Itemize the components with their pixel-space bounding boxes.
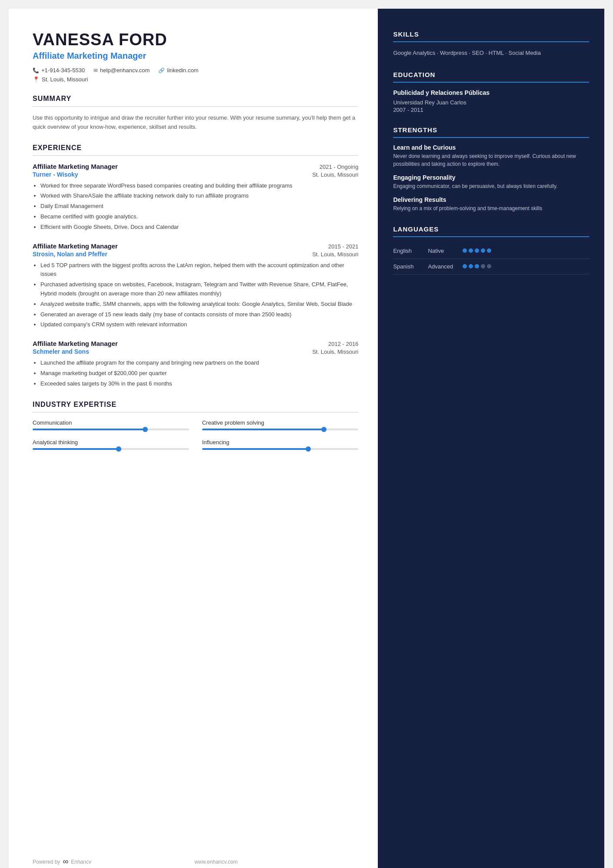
location-text: St. Louis, Missouri xyxy=(42,76,88,83)
footer: Powered by ∞ Enhancv www.enhancv.com xyxy=(33,857,238,866)
strengths-divider xyxy=(393,137,589,138)
strength-desc-1: Never done learning and always seeking t… xyxy=(393,152,589,168)
expertise-item-communication: Communication xyxy=(33,419,189,430)
progress-dot-analytical xyxy=(116,446,121,452)
bullet-item: Generated an average of 15 new leads dai… xyxy=(40,310,358,319)
job-title-3: Affiliate Marketing Manager xyxy=(33,340,118,347)
job-date-1: 2021 - Ongoing xyxy=(320,164,359,170)
job-location-2: St. Louis, Missouri xyxy=(312,251,358,258)
bullet-item: Exceeded sales targets by 30% in the pas… xyxy=(40,379,358,389)
progress-fill-creative xyxy=(202,429,324,430)
header-title: Affiliate Marketing Manager xyxy=(33,51,358,61)
job-date-2: 2015 - 2021 xyxy=(328,243,358,250)
progress-fill-analytical xyxy=(33,448,119,450)
summary-section-title: SUMMARY xyxy=(33,95,358,103)
job-bullets-3: Launched the affiliate program for the c… xyxy=(33,359,358,388)
footer-area: Powered by ∞ Enhancv www.enhancv.com xyxy=(33,450,358,502)
contact-info: 📞 +1-914-345-5530 ✉ help@enhancv.com 🔗 l… xyxy=(33,67,358,74)
languages-section: LANGUAGES English Native Spanish Advance… xyxy=(393,225,589,275)
lang-dot xyxy=(463,248,467,253)
languages-section-title: LANGUAGES xyxy=(393,225,589,233)
progress-dot-communication xyxy=(143,427,148,432)
bullet-item: Launched the affiliate program for the c… xyxy=(40,359,358,368)
skills-section-title: SKILLS xyxy=(393,30,589,38)
strength-name-2: Engaging Personality xyxy=(393,174,589,181)
progress-fill-communication xyxy=(33,429,145,430)
language-name-english: English xyxy=(393,248,423,254)
lang-dot xyxy=(487,264,491,268)
language-dots-english xyxy=(463,248,491,253)
strengths-section: STRENGTHS Learn and be Curious Never don… xyxy=(393,126,589,212)
strength-item-2: Engaging Personality Engaging communicat… xyxy=(393,174,589,190)
progress-bg-influencing xyxy=(202,448,359,450)
language-row-spanish: Spanish Advanced xyxy=(393,259,589,275)
job-company-2: Strosin, Nolan and Pfeffer xyxy=(33,251,107,258)
job-date-3: 2012 - 2016 xyxy=(328,341,358,347)
right-panel: SKILLS Google Analytics · Wordpress · SE… xyxy=(378,9,604,868)
job-location-3: St. Louis, Missouri xyxy=(312,349,358,355)
language-dots-spanish xyxy=(463,264,491,268)
lang-dot xyxy=(481,248,485,253)
progress-bg-creative xyxy=(202,429,359,430)
skills-text: Google Analytics · Wordpress · SEO · HTM… xyxy=(393,48,589,58)
strength-item-3: Delivering Results Relying on a mix of p… xyxy=(393,196,589,212)
progress-fill-influencing xyxy=(202,448,309,450)
experience-item-1: Affiliate Marketing Manager 2021 - Ongoi… xyxy=(33,163,358,232)
language-level-english: Native xyxy=(428,248,458,254)
header-name: VANESSA FORD xyxy=(33,30,358,49)
languages-divider xyxy=(393,236,589,237)
strength-item-1: Learn and be Curious Never done learning… xyxy=(393,144,589,168)
expertise-item-influencing: Influencing xyxy=(202,439,359,450)
expertise-section-title: INDUSTRY EXPERTISE xyxy=(33,401,358,409)
job-location-1: St. Louis, Missouri xyxy=(312,171,358,178)
lang-dot xyxy=(487,248,491,253)
education-degree: Publicidad y Relaciones Públicas xyxy=(393,89,589,97)
expertise-grid: Communication Creative problem solving A… xyxy=(33,419,358,450)
progress-bg-communication xyxy=(33,429,189,430)
skills-section: SKILLS Google Analytics · Wordpress · SE… xyxy=(393,30,589,58)
bullet-item: Daily Email Management xyxy=(40,202,358,211)
education-years: 2007 - 2011 xyxy=(393,107,589,113)
experience-item-3: Affiliate Marketing Manager 2012 - 2016 … xyxy=(33,340,358,388)
expertise-item-analytical: Analytical thinking xyxy=(33,439,189,450)
skills-divider xyxy=(393,41,589,42)
language-row-english: English Native xyxy=(393,243,589,259)
lang-dot xyxy=(469,264,473,268)
bullet-item: Purchased advertising space on websites,… xyxy=(40,280,358,298)
bullet-item: Efficient with Google Sheets, Drive, Doc… xyxy=(40,223,358,232)
job-company-1: Turner - Wisoky xyxy=(33,171,78,178)
expertise-label-analytical: Analytical thinking xyxy=(33,439,189,446)
contact-phone: +1-914-345-5530 xyxy=(41,67,85,74)
progress-bg-analytical xyxy=(33,448,189,450)
expertise-divider xyxy=(33,412,358,412)
lang-dot xyxy=(475,248,479,253)
footer-brand: Powered by ∞ Enhancv xyxy=(33,857,91,866)
education-section-title: EDUCATION xyxy=(393,71,589,78)
progress-dot-creative xyxy=(321,427,326,432)
job-title-2: Affiliate Marketing Manager xyxy=(33,242,118,250)
expertise-label-creative: Creative problem solving xyxy=(202,419,359,426)
location-icon: 📍 xyxy=(33,76,40,83)
job-title-1: Affiliate Marketing Manager xyxy=(33,163,118,170)
summary-divider xyxy=(33,106,358,107)
contact-website: linkedin.com xyxy=(167,67,198,74)
strength-name-3: Delivering Results xyxy=(393,196,589,203)
brand-name: Enhancv xyxy=(71,859,91,865)
phone-icon: 📞 xyxy=(33,67,39,74)
job-bullets-1: Worked for three separate WordPress base… xyxy=(33,181,358,232)
bullet-item: Updated company's CRM system with releva… xyxy=(40,320,358,329)
expertise-label-communication: Communication xyxy=(33,419,189,426)
lang-dot xyxy=(475,264,479,268)
bullet-item: Led 5 TOP partners with the biggest prof… xyxy=(40,261,358,279)
experience-section-title: EXPERIENCE xyxy=(33,144,358,152)
bullet-item: Worked with ShareASale the affiliate tra… xyxy=(40,191,358,201)
experience-divider xyxy=(33,155,358,156)
footer-url: www.enhancv.com xyxy=(194,859,237,865)
link-icon: 🔗 xyxy=(158,67,165,74)
summary-text: Use this opportunity to intrigue and dra… xyxy=(33,114,358,132)
expertise-label-influencing: Influencing xyxy=(202,439,359,446)
education-divider xyxy=(393,82,589,83)
progress-dot-influencing xyxy=(306,446,311,452)
job-company-3: Schmeler and Sons xyxy=(33,348,89,355)
strengths-section-title: STRENGTHS xyxy=(393,126,589,134)
